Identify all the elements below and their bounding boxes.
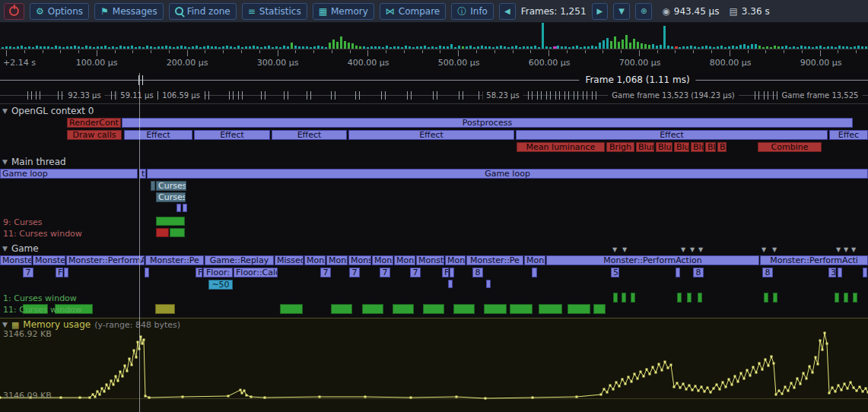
collapsed-zones-marker-icon[interactable]: ▼ — [851, 246, 856, 253]
timeline-zone[interactable]: Monst — [304, 255, 326, 265]
timeline-zone[interactable] — [622, 293, 626, 303]
timeline-zone[interactable]: Curses — [156, 181, 186, 191]
section-header[interactable]: ▼OpenGL context 0 — [2, 106, 94, 116]
timeline-zone[interactable] — [539, 304, 562, 314]
timeline-zone[interactable]: 7 — [349, 268, 360, 277]
collapsed-zones-marker-icon[interactable]: ▼ — [698, 246, 703, 253]
timeline-zone[interactable] — [450, 268, 454, 277]
timeline-zone[interactable] — [156, 217, 185, 226]
timeline-zone[interactable]: Blur — [717, 142, 727, 152]
timeline-zone[interactable] — [183, 204, 187, 212]
timeline-zone[interactable]: Blur — [691, 142, 704, 152]
timeline-zone[interactable] — [773, 293, 777, 303]
collapsed-zones-marker-icon[interactable]: ▼ — [772, 246, 777, 253]
timeline-zone[interactable]: Effect — [194, 130, 270, 140]
timeline-zone[interactable]: Effect — [516, 130, 828, 140]
timeline-zone[interactable] — [838, 268, 842, 277]
timeline-zone[interactable]: Missed — [275, 255, 304, 265]
timeline-zone[interactable] — [486, 280, 491, 288]
timeline-zone[interactable]: RenderCont — [67, 118, 121, 128]
timeline-zone[interactable]: Effect — [272, 130, 347, 140]
timeline-zone[interactable] — [156, 228, 169, 237]
timeline-zone[interactable] — [510, 304, 533, 314]
thread-label[interactable]: 9: Curses — [3, 217, 43, 227]
timeline-zone[interactable] — [280, 304, 303, 314]
timeline-zone[interactable]: Brigh — [606, 142, 634, 152]
timeline-zone[interactable] — [677, 293, 682, 303]
timeline-zone[interactable]: Blur — [656, 142, 672, 152]
timeline-zone[interactable]: 7 — [410, 268, 421, 277]
timeline-zone[interactable]: Monste — [33, 255, 65, 265]
timeline-zone[interactable]: Mons — [524, 255, 545, 265]
timeline-zone[interactable]: Monster::Pe — [145, 255, 204, 265]
timeline-zone[interactable]: 8 — [472, 268, 483, 277]
timeline-zone[interactable]: Effect — [348, 130, 514, 140]
timeline-zone[interactable]: Monst — [348, 255, 371, 265]
timeline-zone[interactable] — [331, 304, 352, 314]
timeline-zone[interactable] — [593, 304, 606, 314]
timeline-zone[interactable]: Floor::Calc — [234, 268, 278, 277]
timeline-zone[interactable] — [532, 268, 537, 277]
timeline-zone[interactable] — [764, 293, 768, 303]
timeline-zone[interactable]: ti — [139, 169, 146, 179]
timeline-zone[interactable]: Blur — [674, 142, 689, 152]
collapse-triangle-icon[interactable]: ▼ — [2, 158, 8, 166]
timeline-zone[interactable]: Mean luminance — [517, 142, 605, 152]
timeline-zone[interactable]: Monste — [0, 255, 32, 265]
timeline-zone[interactable]: Curses — [156, 192, 186, 202]
timeline-zone[interactable]: F — [56, 268, 63, 277]
timeline-zone[interactable]: 7 — [380, 268, 390, 277]
timeline-zone[interactable]: 7 — [320, 268, 331, 277]
section-header[interactable]: ▼Game — [2, 243, 39, 254]
timeline-zone[interactable]: Effec — [829, 130, 868, 140]
timeline-zone[interactable]: Postprocess — [122, 118, 853, 128]
timeline-zone[interactable] — [484, 304, 507, 314]
timeline-zone[interactable] — [170, 228, 185, 237]
timeline-zone[interactable] — [698, 293, 702, 303]
collapsed-zones-marker-icon[interactable]: ▼ — [622, 246, 627, 253]
timeline-zone[interactable] — [835, 293, 839, 303]
timeline-zone[interactable] — [423, 304, 444, 314]
timeline-zone[interactable]: 8 — [762, 268, 773, 277]
timeline-zone[interactable]: Mons — [445, 255, 466, 265]
collapsed-zones-marker-icon[interactable]: ▼ — [681, 246, 685, 253]
timeline-zone[interactable] — [448, 280, 453, 288]
collapse-triangle-icon[interactable]: ▼ — [2, 107, 8, 115]
timeline-zone[interactable] — [453, 304, 475, 314]
timeline-zone[interactable] — [568, 304, 590, 314]
timeline-zone[interactable]: Monster::PerformAction — [546, 255, 759, 265]
thread-label[interactable]: 11: Curses window — [3, 305, 82, 315]
timeline-zone[interactable]: Monster::PerformActi — [760, 255, 868, 265]
timeline-zone[interactable] — [155, 304, 175, 314]
collapsed-zones-marker-icon[interactable]: ▼ — [612, 246, 617, 253]
timeline-zone[interactable]: Effect — [124, 130, 192, 140]
timeline-zone[interactable]: Monster::Pe — [466, 255, 523, 265]
collapsed-zones-marker-icon[interactable]: ▼ — [761, 246, 766, 253]
timeline-zone[interactable] — [64, 268, 68, 277]
timeline-zone[interactable]: Monste — [416, 255, 444, 265]
timeline-zone[interactable]: Game loop — [0, 169, 138, 179]
timeline-zone[interactable] — [631, 293, 635, 303]
timeline-zone[interactable]: 3 — [828, 268, 836, 277]
thread-label[interactable]: 1: Curses window — [3, 293, 77, 303]
timeline-zone[interactable]: F — [196, 268, 202, 277]
timeline-zone[interactable]: Draw calls — [67, 130, 122, 140]
timeline-zone[interactable] — [613, 293, 618, 303]
timeline-zone[interactable]: ~50 — [208, 280, 233, 290]
timeline-zone[interactable]: Monst — [326, 255, 348, 265]
timeline-zone[interactable] — [393, 304, 414, 314]
timeline-zone[interactable]: 7 — [23, 268, 33, 277]
timeline-zone[interactable]: Combine — [758, 142, 822, 152]
memory-plot-area[interactable] — [0, 318, 868, 412]
timeline-zone[interactable]: Blur — [705, 142, 716, 152]
timeline-zone[interactable]: Game::Replay — [205, 255, 274, 265]
timeline-zone[interactable] — [853, 293, 857, 303]
timeline-zone[interactable] — [687, 293, 692, 303]
timeline-zone[interactable] — [844, 293, 848, 303]
timeline-zone[interactable]: F — [442, 268, 449, 277]
collapsed-zones-marker-icon[interactable]: ▼ — [844, 246, 848, 253]
collapse-triangle-icon[interactable]: ▼ — [2, 245, 8, 252]
collapsed-zones-marker-icon[interactable]: ▼ — [690, 246, 695, 253]
timeline-zone[interactable]: Monster::PerformA — [66, 255, 145, 265]
section-header[interactable]: ▼Main thread — [2, 157, 66, 167]
